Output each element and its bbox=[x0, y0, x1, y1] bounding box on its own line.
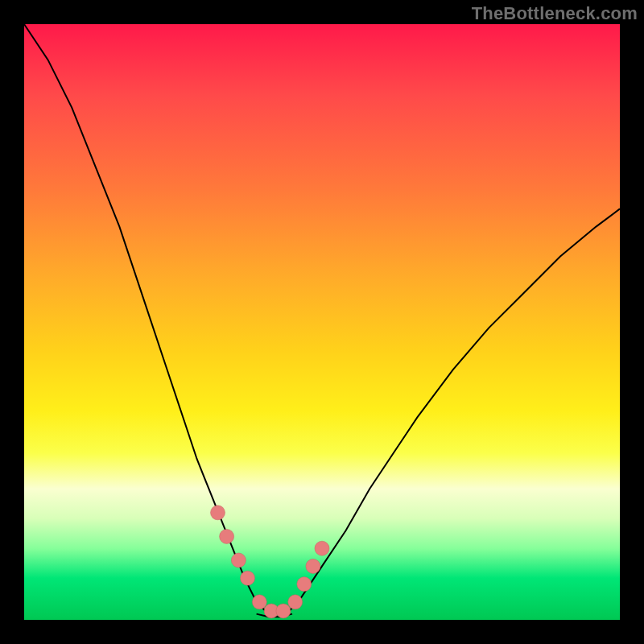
marker-point bbox=[252, 595, 266, 609]
marker-point bbox=[220, 529, 234, 543]
marker-point bbox=[288, 595, 303, 609]
curve-layer bbox=[24, 24, 620, 620]
curve-left-branch bbox=[24, 24, 268, 614]
marker-point bbox=[276, 604, 291, 618]
marker-point bbox=[241, 571, 255, 585]
chart-frame: TheBottleneck.com bbox=[0, 0, 644, 644]
marker-point bbox=[306, 559, 320, 573]
marker-point bbox=[297, 577, 312, 592]
marker-point bbox=[231, 553, 246, 568]
marker-point bbox=[211, 506, 225, 520]
marker-point bbox=[315, 541, 329, 555]
plot-area bbox=[24, 24, 620, 620]
curve-right-branch bbox=[287, 208, 620, 613]
watermark-text: TheBottleneck.com bbox=[472, 3, 638, 24]
